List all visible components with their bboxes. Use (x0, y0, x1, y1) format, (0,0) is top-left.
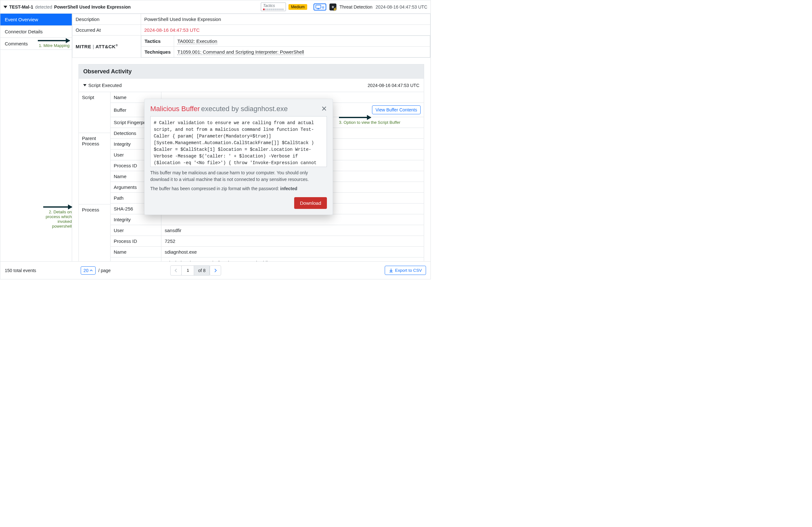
modal-title-red: Malicious Buffer (150, 105, 200, 113)
close-icon[interactable]: ✕ (321, 105, 327, 113)
detection-label: Threat Detection (339, 4, 373, 10)
header-timestamp: 2024-08-16 04:47:53 UTC (376, 4, 427, 10)
view-buffer-button[interactable]: View Buffer Contents (372, 105, 421, 114)
event-header: TEST-Mal-1 detected PowerShell Used Invo… (0, 0, 431, 14)
process-user-row: Usersansdfir (111, 225, 424, 236)
detected-word: detected (35, 4, 52, 10)
row-tactics: Tactics TA0002: Execution (141, 36, 430, 47)
observed-title: Observed Activity (79, 64, 424, 79)
tactics-chip[interactable]: Tactics (261, 2, 286, 11)
chevron-down-icon (83, 84, 86, 86)
perpage-suffix: / page (98, 268, 111, 273)
tactics-label: Tactics (141, 36, 174, 47)
techniques-link[interactable]: T1059.001: Command and Scripting Interpr… (177, 49, 304, 55)
process-pid-row: Process ID7252 (111, 236, 424, 247)
test-id: TEST-Mal-1 (9, 4, 33, 10)
next-page-button[interactable] (210, 266, 221, 275)
svg-rect-0 (316, 5, 321, 8)
page-input[interactable] (182, 266, 194, 275)
event-title: PowerShell Used Invoke Expression (54, 4, 131, 10)
download-button[interactable]: Download (294, 197, 327, 209)
script-executed-toggle[interactable]: Script Executed (83, 82, 122, 88)
techniques-label: Techniques (141, 47, 174, 58)
annotation-3: 3. Option to view the Script Buffer (339, 117, 400, 125)
total-events: 150 total events (5, 268, 36, 273)
export-csv-button[interactable]: Export to CSV (385, 266, 426, 275)
sidebar: Event Overview Connector Details Comment… (0, 14, 72, 261)
perpage-select[interactable]: 20 (81, 266, 96, 275)
severity-badge: Medium (288, 4, 307, 10)
mitre-logo: MITRE | ATT&CK® (76, 44, 118, 49)
annotation-1: 1. Mitre Mapping (38, 40, 70, 48)
prev-page-button[interactable] (170, 266, 182, 275)
occurred-label: Occurred At (72, 25, 141, 35)
description-value: PowerShell Used Invoke Expression (141, 14, 431, 25)
download-icon (389, 268, 393, 273)
observed-timestamp: 2024-08-16 04:47:53 UTC (367, 83, 419, 88)
row-mitre: MITRE | ATT&CK® Tactics TA0002: Executio… (72, 35, 431, 58)
group-script: Script (79, 92, 110, 133)
footer: 150 total events 20 / page of 8 Export t… (0, 261, 431, 279)
collapse-icon[interactable] (3, 6, 7, 8)
buffer-modal: Malicious Buffer executed by sdiagnhost.… (144, 99, 333, 215)
process-integrity-row: Integrity (111, 214, 424, 225)
group-parent: Parent Process (79, 133, 110, 205)
chevron-up-icon (90, 269, 93, 272)
sidebar-item-connector-details[interactable]: Connector Details (0, 26, 72, 38)
plus-icon[interactable]: +⚡ (330, 3, 336, 11)
modal-title-grey: executed by sdiagnhost.exe (201, 105, 288, 113)
row-occurred: Occurred At 2024-08-16 04:47:53 UTC (72, 25, 431, 35)
modal-note-2: The buffer has been compressed in zip fo… (150, 185, 327, 192)
process-name-row: Namesdiagnhost.exe (111, 247, 424, 257)
pager: of 8 (170, 266, 221, 275)
sidebar-item-event-overview[interactable]: Event Overview (0, 14, 72, 26)
annotation-2: 2. Details on process which invoked powe… (43, 206, 72, 229)
kv-table: Description PowerShell Used Invoke Expre… (72, 14, 431, 58)
page-of: of 8 (194, 266, 210, 275)
monitor-icon[interactable]: ψ (314, 3, 326, 11)
code-box[interactable]: # Caller validation to ensure we are cal… (150, 116, 327, 167)
row-description: Description PowerShell Used Invoke Expre… (72, 14, 431, 25)
tactics-dots (263, 9, 284, 10)
row-techniques: Techniques T1059.001: Command and Script… (141, 47, 430, 58)
process-args-row: ArgumentsC:\Windows\System32\sdiagnhost.… (111, 257, 424, 261)
tactics-link[interactable]: TA0002: Execution (177, 39, 217, 44)
description-label: Description (72, 14, 141, 25)
modal-note-1: This buffer may be malicious and cause h… (150, 169, 327, 183)
group-process: Process (79, 205, 110, 261)
tactics-label: Tactics (263, 3, 284, 8)
occurred-value: 2024-08-16 04:47:53 UTC (141, 25, 431, 35)
